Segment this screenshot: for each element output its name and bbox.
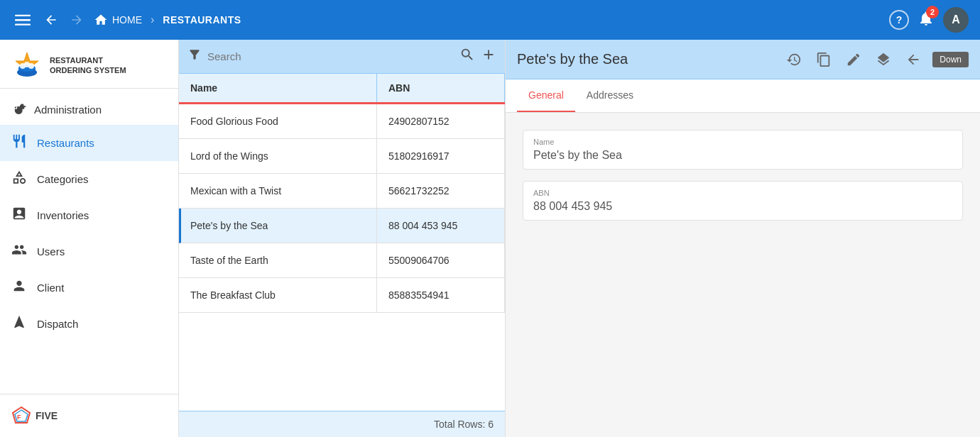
five-label: FIVE: [36, 410, 58, 421]
row-abn: 56621732252: [377, 174, 505, 208]
close-icon[interactable]: [903, 49, 924, 70]
abn-field: ABN 88 004 453 945: [523, 181, 963, 221]
detail-tabs: General Addresses: [506, 79, 980, 113]
list-footer: Total Rows: 6: [179, 411, 505, 437]
name-label: Name: [533, 138, 952, 146]
sidebar-section-administration: Administration: [0, 89, 178, 125]
categories-icon: [11, 170, 27, 189]
home-nav[interactable]: HOME: [94, 13, 142, 27]
table-row[interactable]: Lord of the Wings51802916917: [179, 139, 505, 174]
svg-text:F: F: [17, 414, 21, 421]
abn-value: 88 004 453 945: [533, 200, 952, 213]
svg-rect-2: [15, 24, 31, 26]
edit-icon[interactable]: [843, 49, 864, 70]
nav-back[interactable]: [40, 9, 88, 31]
sidebar-item-inventories[interactable]: Inventories: [0, 197, 178, 233]
sidebar-footer: F FIVE: [0, 394, 178, 437]
filter-icon[interactable]: [187, 48, 202, 65]
notification-badge: 2: [926, 6, 939, 18]
main-layout: RESTAURANTORDERING SYSTEM Administration…: [0, 40, 980, 437]
sidebar-item-dispatch[interactable]: Dispatch: [0, 306, 178, 342]
inventories-icon: [11, 206, 27, 225]
sidebar-logo: RESTAURANTORDERING SYSTEM: [0, 40, 178, 89]
search-input[interactable]: [207, 50, 454, 62]
svg-rect-0: [15, 15, 31, 16]
help-button[interactable]: ?: [889, 10, 909, 30]
sidebar-item-users-label: Users: [37, 245, 65, 258]
breadcrumb-chevron: ›: [151, 13, 154, 26]
detail-body: Name Pete's by the Sea ABN 88 004 453 94…: [506, 113, 980, 437]
topbar-right: ? 2 A: [889, 7, 969, 33]
topbar: HOME › RESTAURANTS ? 2 A: [0, 0, 980, 40]
history-icon[interactable]: [783, 49, 805, 70]
five-logo: F FIVE: [11, 406, 58, 426]
current-page-label: RESTAURANTS: [163, 14, 241, 26]
content-area: Name ABN Food Glorious Food24902807152Lo…: [179, 40, 980, 437]
table-row[interactable]: Mexican with a Twist56621732252: [179, 174, 505, 209]
row-abn: 85883554941: [377, 278, 505, 312]
notifications-button[interactable]: 2: [918, 10, 935, 30]
user-avatar[interactable]: A: [943, 7, 969, 33]
detail-title: Pete's by the Sea: [517, 51, 783, 67]
down-button[interactable]: Down: [932, 52, 969, 67]
menu-icon[interactable]: [11, 9, 34, 31]
sidebar-item-client[interactable]: Client: [0, 270, 178, 306]
forward-icon[interactable]: [65, 9, 88, 31]
row-name: Lord of the Wings: [179, 139, 377, 173]
row-abn: 24902807152: [377, 104, 505, 138]
tab-addresses[interactable]: Addresses: [575, 79, 645, 112]
abn-label: ABN: [533, 189, 952, 197]
row-abn: 88 004 453 945: [377, 209, 505, 243]
row-abn: 55009064706: [377, 243, 505, 277]
search-icon[interactable]: [459, 47, 475, 66]
logo-icon: [11, 51, 43, 79]
table-row[interactable]: Pete's by the Sea88 004 453 945: [179, 209, 505, 243]
list-toolbar: [179, 40, 505, 74]
svg-rect-1: [15, 19, 31, 21]
row-name: Mexican with a Twist: [179, 174, 377, 208]
back-icon[interactable]: [40, 9, 62, 31]
row-name: Pete's by the Sea: [181, 209, 377, 243]
client-icon: [11, 278, 27, 297]
name-field: Name Pete's by the Sea: [523, 130, 963, 170]
tab-general[interactable]: General: [517, 79, 575, 112]
name-value: Pete's by the Sea: [533, 149, 952, 162]
list-header: Name ABN: [179, 74, 505, 104]
table-row[interactable]: The Breakfast Club85883554941: [179, 278, 505, 313]
list-body: Food Glorious Food24902807152Lord of the…: [179, 104, 505, 411]
table-row[interactable]: Taste of the Earth55009064706: [179, 243, 505, 278]
detail-actions: Down: [783, 49, 969, 70]
logo-text: RESTAURANTORDERING SYSTEM: [50, 55, 126, 76]
sidebar-item-dispatch-label: Dispatch: [37, 318, 78, 330]
row-name: The Breakfast Club: [179, 278, 377, 312]
detail-header: Pete's by the Sea: [506, 40, 980, 79]
layers-icon[interactable]: [873, 49, 894, 70]
row-abn: 51802916917: [377, 139, 505, 173]
sidebar-item-restaurants[interactable]: Restaurants: [0, 125, 178, 161]
sidebar-item-categories-label: Categories: [37, 173, 89, 185]
users-icon: [11, 242, 27, 261]
detail-panel: Pete's by the Sea: [506, 40, 980, 437]
sidebar-item-client-label: Client: [37, 282, 64, 294]
sidebar: RESTAURANTORDERING SYSTEM Administration…: [0, 40, 179, 437]
administration-label: Administration: [34, 104, 102, 116]
copy-icon[interactable]: [813, 49, 834, 70]
svg-point-9: [28, 63, 34, 69]
home-label: HOME: [112, 14, 142, 26]
list-toolbar-icons: [459, 47, 496, 66]
col-name-header: Name: [179, 74, 377, 102]
row-name: Taste of the Earth: [179, 243, 377, 277]
sidebar-item-categories[interactable]: Categories: [0, 161, 178, 197]
sidebar-item-restaurants-label: Restaurants: [37, 137, 94, 149]
key-icon: [11, 100, 27, 119]
list-panel: Name ABN Food Glorious Food24902807152Lo…: [179, 40, 506, 437]
sidebar-item-users[interactable]: Users: [0, 233, 178, 270]
col-abn-header: ABN: [377, 74, 505, 102]
row-name: Food Glorious Food: [179, 104, 377, 138]
dispatch-icon: [11, 314, 27, 333]
sidebar-item-inventories-label: Inventories: [37, 209, 89, 221]
table-row[interactable]: Food Glorious Food24902807152: [179, 104, 505, 139]
add-icon[interactable]: [481, 47, 496, 66]
restaurant-icon: [11, 133, 27, 153]
